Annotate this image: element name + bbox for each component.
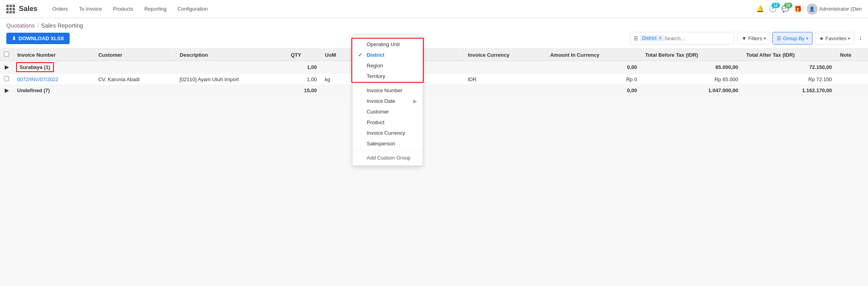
download-xlsx-button[interactable]: ⬇ DOWNLOAD XLSX [6,33,70,44]
dd-item-district[interactable]: ✓ District [353,50,423,60]
filter-group: ▼ Filters ▾ ☰ Group By ▾ ★ Favorites ▾ [737,32,855,45]
gift-icon[interactable]: 🎁 [794,5,802,13]
dd-label-district: District [367,52,384,58]
group-row-surabaya[interactable]: ▶ Surabaya (1) 1,00 0,00 65.000,00 72.15… [0,61,868,74]
favorites-button[interactable]: ★ Favorites ▾ [815,32,854,45]
group-row-undefined[interactable]: ▶ Undefined (7) 15,00 0,00 1.047.000,00 … [0,85,868,96]
th-uom: UoM [321,49,353,61]
group-total-after-undefined: 1.162.170,00 [742,85,836,96]
search-tag-label: District [642,35,657,41]
th-invoice-currency: Invoice Currency [464,49,546,61]
dd-label-territory: Territory [367,73,385,79]
search-tag-close[interactable]: ✕ [658,35,662,41]
page-count: 1 [859,35,862,41]
row-checkbox-cell[interactable] [0,74,13,85]
th-customer: Customer [94,49,176,61]
dd-label-invoice-number: Invoice Number [367,87,403,93]
cell-note [836,74,868,85]
filter-icon: ▼ [742,35,747,41]
group-total-before-surabaya: 65.000,00 [641,61,742,74]
app-grid-icon[interactable] [6,5,15,13]
download-icon: ⬇ [12,35,16,41]
dd-label-region: Region [367,63,383,69]
search-tag-district: District ✕ [640,35,665,41]
favorites-label: Favorites [826,35,846,41]
th-note: Note [836,49,868,61]
toolbar: ⬇ DOWNLOAD XLSX ☰ District ✕ ▼ Filters ▾ [6,32,862,48]
groupby-button[interactable]: ☰ Group By ▾ [772,32,813,45]
user-menu[interactable]: 👤 Administrator (Den [807,4,862,15]
breadcrumb-separator: / [37,22,39,29]
download-label: DOWNLOAD XLSX [18,35,64,41]
check-mark-district: ✓ [358,52,364,58]
group-row-expand[interactable]: ▶ [0,61,13,74]
clock-badge: 12 [772,3,780,8]
dd-item-territory[interactable]: Territory [353,71,423,82]
check-mark-region [358,63,364,69]
table-header-row: Invoice Number Customer Description QTY … [0,49,868,61]
group-label-text: Surabaya (1) [17,63,53,71]
table-row[interactable]: 0072/INV/07/2022 CV. Karunia Abadi [0211… [0,74,868,85]
sub-header: Quotations / Sales Reporting ⬇ DOWNLOAD … [0,18,868,49]
cell-description: [02110] Ayam Utuh Import [175,74,286,85]
expand-icon[interactable]: ▶ [5,64,9,70]
group-qty-surabaya: 1,00 [287,61,321,74]
invoice-number-link[interactable]: 0072/INV/07/2022 [17,76,59,82]
avatar: 👤 [807,4,818,15]
th-checkbox[interactable] [0,49,13,61]
chat-icon[interactable]: 💬 10 [781,5,789,13]
cell-customer: CV. Karunia Abadi [94,74,176,85]
groupby-icon: ☰ [777,35,781,41]
groupby-chevron: ▾ [806,36,808,41]
nav-right: 🔔 🕐 12 💬 10 🎁 👤 Administrator (Den [756,4,862,15]
group-row-expand-undefined[interactable]: ▶ [0,85,13,96]
cell-amount: Rp 0 [546,74,641,85]
dd-item-invoice-number[interactable]: Invoice Number [353,85,423,96]
group-note-undefined [836,85,868,96]
select-all-checkbox[interactable] [4,52,9,57]
filters-button[interactable]: ▼ Filters ▾ [737,32,770,45]
nav-orders[interactable]: Orders [47,0,74,18]
bell-icon[interactable]: 🔔 [756,5,764,13]
nav-products[interactable]: Products [107,0,139,18]
breadcrumb-current: Sales Reporting [41,22,83,29]
star-icon: ★ [819,35,824,41]
toolbar-right: ☰ District ✕ ▼ Filters ▾ ☰ Group By ▾ [630,32,862,45]
search-bar[interactable]: ☰ District ✕ [630,32,734,45]
th-invoice-number: Invoice Number [13,49,94,61]
clock-icon[interactable]: 🕐 12 [769,5,777,13]
group-qty-undefined: 15,00 [287,85,321,96]
group-label-undefined: Undefined (7) [13,85,287,96]
app-brand[interactable]: Sales [19,5,37,13]
dd-label-operating-unit: Operating Unit [367,41,400,47]
nav-links: Orders To Invoice Products Reporting Con… [47,0,213,18]
group-uom-surabaya [321,61,353,74]
cell-invoice-number: 0072/INV/07/2022 [13,74,94,85]
user-label: Administrator (Den [819,6,862,12]
dd-item-region[interactable]: Region [353,60,423,71]
breadcrumb: Quotations / Sales Reporting [6,22,862,29]
expand-icon-undefined[interactable]: ▶ [5,87,9,93]
cell-qty: 1,00 [287,74,321,85]
check-mark-territory [358,73,364,79]
filters-chevron: ▾ [764,36,766,41]
group-currency-undefined [464,85,546,96]
dd-item-invoice-date[interactable]: Invoice Date ▶ [353,96,423,96]
row-checkbox[interactable] [4,76,9,81]
cell-invoice-currency: IDR [464,74,546,85]
table-wrap: Invoice Number Customer Description QTY … [0,49,868,96]
th-total-after-tax: Total After Tax (IDR) [742,49,836,61]
search-bar-icon: ☰ [633,35,638,41]
search-input[interactable] [665,35,731,41]
groupby-dropdown: Operating Unit ✓ District Region Territo… [352,35,423,96]
main-table: Invoice Number Customer Description QTY … [0,49,868,96]
group-currency-surabaya [464,61,546,74]
cell-uom: kg [321,74,353,85]
nav-configuration[interactable]: Configuration [172,0,213,18]
nav-reporting[interactable]: Reporting [139,0,172,18]
breadcrumb-parent[interactable]: Quotations [6,22,35,29]
cell-total-after: Rp 72.150 [742,74,836,85]
dd-item-operating-unit[interactable]: Operating Unit [353,39,423,50]
group-amount-undefined: 0,00 [546,85,641,96]
nav-to-invoice[interactable]: To Invoice [74,0,108,18]
